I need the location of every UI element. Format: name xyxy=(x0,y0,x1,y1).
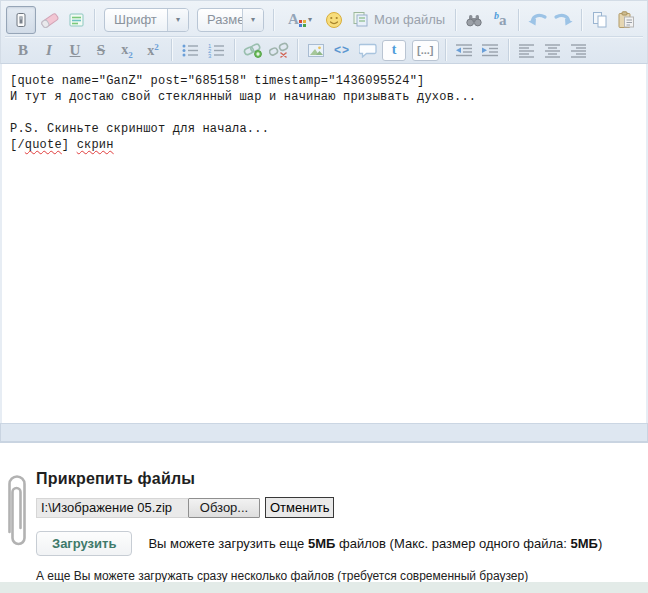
outdent-button[interactable] xyxy=(452,38,476,62)
indent-button[interactable] xyxy=(478,38,502,62)
superscript-icon: x2 xyxy=(147,41,159,59)
multi-upload-note: А еще Вы можете загружать сразу нескольк… xyxy=(36,569,648,583)
toggle-source-mode-button[interactable] xyxy=(6,6,36,34)
toolbar-separator xyxy=(455,9,456,31)
text-color-icon: A xyxy=(288,11,299,28)
numbered-list-icon: 1 2 3 xyxy=(207,43,225,58)
italic-icon: I xyxy=(46,42,52,59)
align-center-button[interactable] xyxy=(541,38,565,62)
empty-line xyxy=(10,105,638,121)
align-left-button[interactable] xyxy=(515,38,539,62)
subscript-button[interactable]: x2 xyxy=(115,38,139,62)
strikethrough-button[interactable]: S xyxy=(89,38,113,62)
undo-button[interactable] xyxy=(525,8,549,32)
eraser-icon xyxy=(40,11,60,29)
replace-button[interactable]: ba xyxy=(488,8,512,32)
image-icon xyxy=(307,43,325,58)
misspelled-word: скрин xyxy=(77,138,114,152)
font-size-combo[interactable]: Размер ▾ xyxy=(197,8,264,32)
insert-quote-button[interactable] xyxy=(356,38,380,62)
superscript-button[interactable]: x2 xyxy=(141,38,165,62)
spoiler-brackets-icon: [...] xyxy=(417,44,434,56)
align-left-icon xyxy=(518,43,535,58)
redo-button[interactable] xyxy=(551,8,575,32)
paperclip-icon xyxy=(4,470,30,552)
font-family-combo[interactable]: Шрифт ▾ xyxy=(104,8,189,32)
closing-tag-line: [/quote] скрин xyxy=(10,137,638,153)
emoticons-button[interactable] xyxy=(322,8,346,32)
ps-line: P.S. Скиньте скриншот для начала... xyxy=(10,121,638,137)
rich-text-editor: Шрифт ▾ Размер ▾ A ▾ xyxy=(0,0,648,443)
bulleted-list-icon xyxy=(181,43,199,58)
font-combo-label: Шрифт xyxy=(105,9,167,31)
template-page-icon xyxy=(68,12,85,28)
align-right-icon xyxy=(570,43,587,58)
bold-button[interactable]: B xyxy=(11,38,35,62)
indent-icon xyxy=(481,43,499,58)
italic-button[interactable]: I xyxy=(37,38,61,62)
twitter-icon: t xyxy=(392,42,397,58)
quoted-text-line: И тут я достаю свой стеклянный шар и нач… xyxy=(10,89,638,105)
template-button[interactable] xyxy=(64,8,88,32)
strikethrough-icon: S xyxy=(97,42,105,59)
browse-button[interactable]: Обзор... xyxy=(188,498,260,518)
toolbar-separator xyxy=(508,39,509,61)
toolbar-separator xyxy=(445,39,446,61)
underline-button[interactable]: U xyxy=(63,38,87,62)
insert-code-button[interactable]: <> xyxy=(330,38,354,62)
toolbar-row-1: Шрифт ▾ Размер ▾ A ▾ xyxy=(5,3,643,36)
editor-bottom-bar xyxy=(0,423,648,442)
bulleted-list-button[interactable] xyxy=(178,38,202,62)
unlink-icon xyxy=(269,42,289,58)
text-color-button[interactable]: A ▾ xyxy=(280,8,320,32)
toolbar-separator xyxy=(234,39,235,61)
speech-bubble-icon xyxy=(359,42,377,58)
svg-text:3: 3 xyxy=(208,53,212,58)
light-switch-icon xyxy=(13,12,29,28)
insert-spoiler-button[interactable]: [...] xyxy=(412,40,439,61)
clipboard-paste-icon xyxy=(617,11,636,29)
file-input-row: I:\Изображение 05.zip Обзор... Отменить xyxy=(36,497,648,518)
misspelled-word: quote xyxy=(25,138,62,152)
stacked-files-icon xyxy=(352,11,370,28)
paste-button[interactable] xyxy=(614,8,638,32)
paste-plain-text-button[interactable] xyxy=(640,8,643,32)
subscript-icon: x2 xyxy=(121,40,133,60)
upload-row: Загрузить Вы можете загрузить еще 5МБ фа… xyxy=(36,531,648,556)
redo-arrow-icon xyxy=(553,12,574,27)
toolbar-separator xyxy=(171,39,172,61)
editor-toolbar: Шрифт ▾ Размер ▾ A ▾ xyxy=(0,0,648,64)
attachments-section: Прикрепить файлы I:\Изображение 05.zip О… xyxy=(0,470,648,583)
my-files-button[interactable]: Мои файлы xyxy=(348,8,449,32)
link-icon xyxy=(243,42,263,58)
editor-text-area[interactable]: [quote name="GanZ" post="685158" timesta… xyxy=(0,64,648,423)
find-button[interactable] xyxy=(462,8,486,32)
upload-button[interactable]: Загрузить xyxy=(36,531,132,556)
insert-link-button[interactable] xyxy=(241,38,265,62)
copy-button[interactable] xyxy=(588,8,612,32)
code-brackets-icon: <> xyxy=(334,43,350,57)
chevron-down-icon[interactable]: ▾ xyxy=(242,9,263,31)
replace-letters-icon: ba xyxy=(494,10,507,29)
chevron-down-icon: ▾ xyxy=(308,15,312,24)
remove-format-button[interactable] xyxy=(38,8,62,32)
toolbar-separator xyxy=(581,9,582,31)
insert-media-button[interactable]: t xyxy=(382,40,406,61)
binoculars-icon xyxy=(465,12,483,28)
chevron-down-icon[interactable]: ▾ xyxy=(167,9,188,31)
align-center-icon xyxy=(544,43,561,58)
bottom-strip xyxy=(0,582,648,593)
remove-link-button[interactable] xyxy=(267,38,291,62)
insert-image-button[interactable] xyxy=(304,38,328,62)
align-right-button[interactable] xyxy=(567,38,591,62)
attach-files-title: Прикрепить файлы xyxy=(36,470,648,488)
quota-max-per-file: 5МБ xyxy=(570,536,597,551)
color-swatches-icon xyxy=(299,20,306,27)
toolbar-separator xyxy=(94,9,95,31)
underline-icon: U xyxy=(70,42,81,59)
numbered-list-button[interactable]: 1 2 3 xyxy=(204,38,228,62)
bbcode-line: [quote name="GanZ" post="685158" timesta… xyxy=(10,73,638,89)
quota-remaining: 5МБ xyxy=(308,536,335,551)
selected-file-field[interactable]: I:\Изображение 05.zip xyxy=(36,498,188,518)
cancel-button[interactable]: Отменить xyxy=(265,497,334,518)
